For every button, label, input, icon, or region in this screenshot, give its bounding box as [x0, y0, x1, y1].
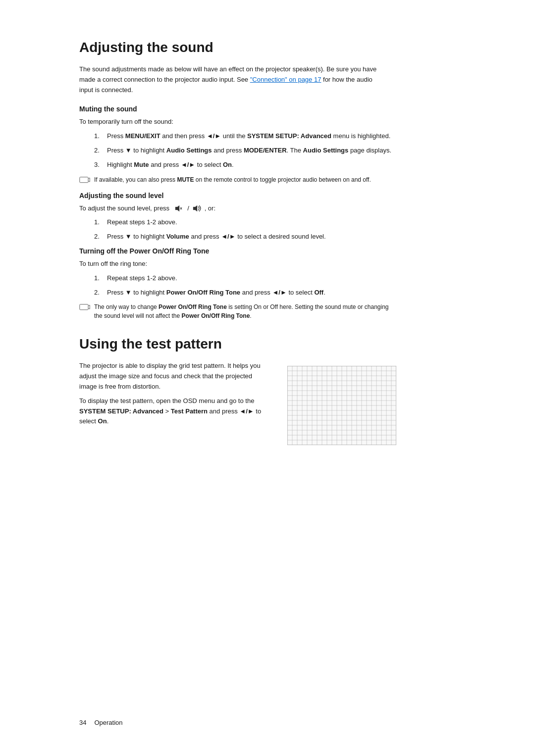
footer-page-number: 34	[79, 719, 86, 726]
svg-marker-4	[193, 205, 197, 211]
svg-marker-1	[175, 205, 179, 211]
section2-content: The projector is able to display the gri…	[79, 361, 476, 445]
sound-level-intro: To adjust the sound level, press / , or:	[79, 203, 476, 214]
section2-title: Using the test pattern	[79, 336, 476, 352]
subsection-ring-tone: Turning off the Power On/Off Ring Tone T…	[79, 247, 476, 320]
sound-level-step-2: 2. Press ▼ to highlight Volume and press…	[94, 232, 476, 242]
ring-tone-title: Turning off the Power On/Off Ring Tone	[79, 247, 476, 255]
muting-steps: 1. Press MENU/EXIT and then press ◄/► un…	[94, 131, 476, 170]
sound-level-title: Adjusting the sound level	[79, 192, 476, 200]
ring-tone-note: The only way to change Power On/Off Ring…	[79, 302, 396, 320]
muting-intro: To temporarily turn off the sound:	[79, 117, 476, 127]
section1-title: Adjusting the sound	[79, 40, 476, 55]
ring-tone-intro: To turn off the ring tone:	[79, 259, 476, 269]
muting-note: If available, you can also press MUTE on…	[79, 175, 396, 185]
section-test-pattern: Using the test pattern The projector is …	[79, 336, 476, 445]
muting-note-text: If available, you can also press MUTE on…	[94, 175, 371, 184]
intro-link[interactable]: "Connection" on page 17	[250, 76, 321, 83]
section2-para2: To display the test pattern, open the OS…	[79, 396, 268, 427]
subsection-muting: Muting the sound To temporarily turn off…	[79, 105, 476, 184]
grid-test-pattern	[287, 366, 396, 445]
footer-label: Operation	[94, 719, 122, 726]
footer: 34 Operation	[0, 719, 535, 726]
section-adjusting-sound: Adjusting the sound The sound adjustment…	[79, 40, 476, 320]
volume-up-icon	[193, 205, 203, 212]
sound-level-step-1: 1. Repeat steps 1-2 above.	[94, 217, 476, 228]
section1-intro: The sound adjustments made as below will…	[79, 64, 386, 95]
volume-down-icon	[175, 205, 184, 212]
section2-text-block: The projector is able to display the gri…	[79, 361, 268, 431]
ring-tone-steps: 1. Repeat steps 1-2 above. 2. Press ▼ to…	[94, 273, 476, 298]
muting-title: Muting the sound	[79, 105, 476, 113]
muting-step-3: 3. Highlight Mute and press ◄/► to selec…	[94, 160, 476, 170]
svg-rect-0	[80, 177, 88, 182]
muting-step-1: 1. Press MENU/EXIT and then press ◄/► un…	[94, 131, 476, 142]
ring-tone-step-1: 1. Repeat steps 1-2 above.	[94, 273, 476, 284]
note-icon-ringtone	[79, 303, 90, 312]
section2-para1: The projector is able to display the gri…	[79, 361, 268, 392]
subsection-sound-level: Adjusting the sound level To adjust the …	[79, 192, 476, 242]
page: Adjusting the sound The sound adjustment…	[0, 0, 535, 756]
ring-tone-note-text: The only way to change Power On/Off Ring…	[94, 302, 396, 320]
note-icon-muting	[79, 176, 90, 185]
ring-tone-step-2: 2. Press ▼ to highlight Power On/Off Rin…	[94, 288, 476, 298]
muting-step-2: 2. Press ▼ to highlight Audio Settings a…	[94, 146, 476, 156]
svg-rect-5	[80, 304, 88, 310]
sound-level-steps: 1. Repeat steps 1-2 above. 2. Press ▼ to…	[94, 217, 476, 242]
